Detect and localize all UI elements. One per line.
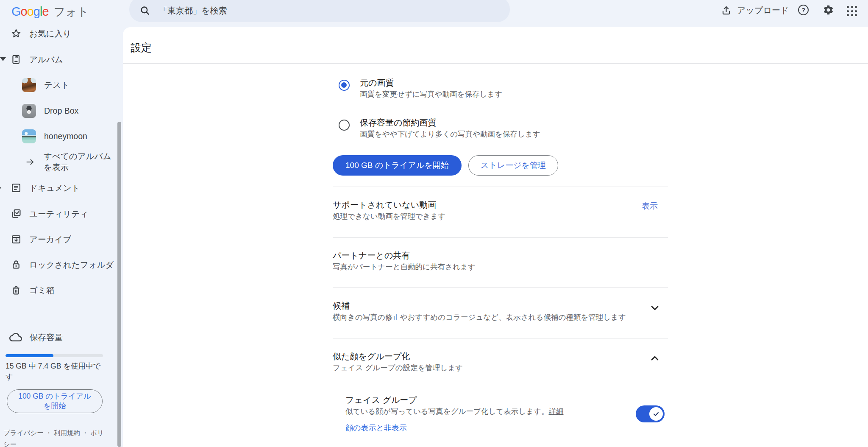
apps-grid-button[interactable] <box>847 6 857 16</box>
lock-icon <box>11 259 22 270</box>
option-label: 元の画質 <box>360 77 502 89</box>
settings-button[interactable] <box>823 4 834 16</box>
option-desc: 画質を変更せずに写真や動画を保存します <box>360 89 502 100</box>
sidebar-item-documents[interactable]: ドキュメント <box>0 181 119 195</box>
google-logo-text: Google <box>11 5 49 19</box>
face-groups-toggle[interactable] <box>636 405 665 422</box>
storage-title: 保存容量 <box>30 332 63 343</box>
section-title: 候補 <box>333 300 668 312</box>
topbar: Google フォト アップロード ? <box>0 0 868 27</box>
section-desc: 写真がパートナーと自動的に共有されます <box>333 261 668 272</box>
details-link[interactable]: 詳細 <box>548 407 563 416</box>
section-desc: 処理できない動画を管理できます <box>333 211 668 222</box>
album-item-honeymoon[interactable]: honeymoon <box>0 129 119 143</box>
section-suggestions[interactable]: 候補 横向きの写真の修正やおすすめのコラージュなど、表示される候補の種類を管理し… <box>333 288 668 338</box>
trial-button[interactable]: 100 GB のトライアルを開始 <box>333 155 462 176</box>
sidebar-item-favorites[interactable]: お気に入り <box>0 26 119 41</box>
google-photos-logo[interactable]: Google フォト <box>11 4 89 20</box>
face-groups-title: フェイス グループ <box>345 394 668 406</box>
radio-button-unselected[interactable] <box>339 120 350 131</box>
album-label: テスト <box>44 79 70 91</box>
product-name: フォト <box>54 4 89 20</box>
album-thumbnail <box>22 104 36 118</box>
toggle-knob <box>649 407 663 421</box>
face-groups-desc-text: 似ている顔が写っている写真をグループ化して表示します。 <box>345 407 548 416</box>
faces-link[interactable]: 顔の表示と非表示 <box>345 422 407 433</box>
section-desc: 横向きの写真の修正やおすすめのコラージュなど、表示される候補の種類を管理します <box>333 312 668 323</box>
storage-buttons-row: 100 GB のトライアルを開始 ストレージを管理 <box>333 155 668 176</box>
help-button[interactable]: ? <box>798 5 809 15</box>
album-label: honeymoon <box>44 131 87 141</box>
chevron-up-icon[interactable] <box>649 353 660 364</box>
storage-usage: 15 GB 中 7.4 GB を使用中です <box>6 361 108 382</box>
help-icon: ? <box>798 5 809 15</box>
album-label: Drop Box <box>44 106 78 116</box>
section-title: サポートされていない動画 <box>333 199 668 211</box>
album-item-dropbox[interactable]: Drop Box <box>0 103 119 118</box>
check-icon <box>652 410 660 418</box>
storage-trial-button[interactable]: 100 GB のトライアルを開始 <box>7 389 103 413</box>
sidebar-item-albums[interactable]: アルバム <box>0 52 119 67</box>
section-title: 似た顔をグループ化 <box>333 350 668 362</box>
manage-storage-button[interactable]: ストレージを管理 <box>468 155 558 176</box>
divider <box>333 446 668 446</box>
section-face-grouping[interactable]: 似た顔をグループ化 フェイス グループの設定を管理します フェイス グループ 似… <box>333 338 668 433</box>
sidebar-item-label: アルバム <box>29 54 63 65</box>
upload-icon <box>721 5 732 16</box>
upload-button[interactable]: アップロード <box>721 5 789 16</box>
search-icon <box>139 5 150 16</box>
section-desc: フェイス グループの設定を管理します <box>333 362 668 373</box>
storage-section: 保存容量 <box>0 330 119 344</box>
storage-progress-fill <box>6 354 53 357</box>
option-label: 保存容量の節約画質 <box>360 117 540 129</box>
utilities-icon <box>11 208 22 219</box>
photo-album-icon <box>11 54 22 65</box>
settings-card: 設定 元の画質 画質を変更せずに写真や動画を保存します 保存容量の節約画質 画質… <box>123 27 868 447</box>
sidebar-footer-links[interactable]: プライバシー ・ 利用規約 ・ ポリシー <box>3 427 110 447</box>
chevron-down-icon[interactable] <box>649 302 660 313</box>
sidebar-item-utilities[interactable]: ユーティリティ <box>0 207 119 221</box>
sidebar-item-label: ロックされたフォルダ <box>29 259 114 271</box>
sidebar-item-locked-folder[interactable]: ロックされたフォルダ <box>0 257 119 272</box>
album-thumbnail <box>22 78 36 92</box>
archive-icon <box>11 234 22 245</box>
apps-grid-icon <box>847 6 857 16</box>
section-unsupported-videos: サポートされていない動画 処理できない動画を管理できます 表示 <box>333 187 668 237</box>
sidebar-item-label: ユーティリティ <box>29 208 88 220</box>
sidebar-item-label: ゴミ箱 <box>29 285 54 296</box>
sidebar-item-show-all-albums[interactable]: すべてのアルバムを表示 <box>44 151 114 173</box>
article-icon <box>11 182 22 193</box>
album-item-test[interactable]: テスト <box>0 78 119 92</box>
face-groups-subsection: フェイス グループ 似ている顔が写っている写真をグループ化して表示します。詳細 … <box>333 394 668 433</box>
sidebar-item-label: お気に入り <box>29 28 71 39</box>
quality-option-original[interactable]: 元の画質 画質を変更せずに写真や動画を保存します <box>333 77 668 100</box>
gear-icon <box>823 4 834 16</box>
section-partner-sharing: パートナーとの共有 写真がパートナーと自動的に共有されます <box>333 237 668 288</box>
album-thumbnail <box>22 129 36 143</box>
star-icon <box>11 28 22 39</box>
sidebar-item-label: ドキュメント <box>29 182 80 194</box>
search-input[interactable] <box>159 6 456 16</box>
sidebar-item-label: アーカイブ <box>29 234 71 245</box>
storage-progress <box>6 354 103 357</box>
sidebar-item-trash[interactable]: ゴミ箱 <box>0 283 119 297</box>
quality-option-saver[interactable]: 保存容量の節約画質 画質をやや下げてより多くの写真や動画を保存します <box>333 117 668 140</box>
page-title: 設定 <box>131 41 152 55</box>
option-desc: 画質をやや下げてより多くの写真や動画を保存します <box>360 129 540 140</box>
sidebar-scrollbar[interactable] <box>117 122 121 447</box>
show-link[interactable]: 表示 <box>642 201 658 212</box>
face-groups-desc: 似ている顔が写っている写真をグループ化して表示します。詳細 <box>345 406 668 417</box>
trash-icon <box>11 285 22 296</box>
cloud-icon <box>9 331 22 344</box>
arrow-right-icon <box>25 157 35 167</box>
section-title: パートナーとの共有 <box>333 249 668 261</box>
upload-label: アップロード <box>737 5 789 16</box>
settings-content: 元の画質 画質を変更せずに写真や動画を保存します 保存容量の節約画質 画質をやや… <box>333 27 668 446</box>
sidebar: お気に入り アルバム テスト Drop Box honeymoon すべてのアル… <box>0 0 123 447</box>
sidebar-item-archive[interactable]: アーカイブ <box>0 232 119 246</box>
search-bar[interactable] <box>129 0 510 22</box>
radio-button-selected[interactable] <box>339 80 350 91</box>
